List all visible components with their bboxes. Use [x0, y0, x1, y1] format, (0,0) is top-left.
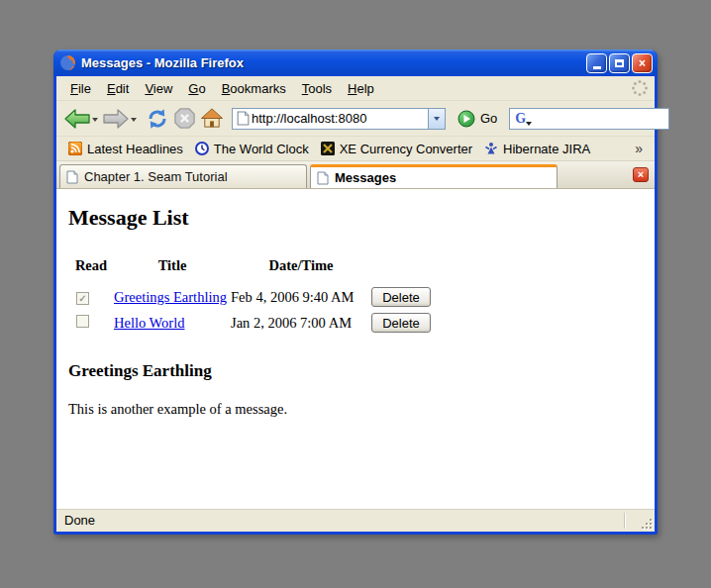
xe-icon [321, 142, 335, 155]
bookmark-label: The World Clock [214, 142, 309, 156]
selected-message-title: Greetings Earthling [68, 361, 643, 381]
minimize-button[interactable] [586, 53, 607, 73]
url-bar [232, 108, 446, 130]
column-header-title: Title [114, 254, 231, 284]
menu-file[interactable]: File [62, 78, 99, 99]
rss-feed-icon [68, 142, 82, 155]
bookmark-world-clock[interactable]: The World Clock [191, 140, 313, 158]
stop-icon [173, 107, 196, 130]
menu-tools[interactable]: Tools [294, 78, 340, 99]
read-checkbox[interactable] [76, 315, 89, 328]
search-bar: G [509, 108, 669, 130]
close-tab-button[interactable]: × [633, 167, 649, 182]
column-header-datetime: Date/Time [231, 254, 371, 284]
table-header-row: Read Title Date/Time [68, 254, 441, 284]
titlebar[interactable]: Messages - Mozilla Firefox × [53, 49, 658, 76]
maximize-button[interactable] [609, 53, 630, 73]
go-button[interactable]: Go [454, 110, 501, 128]
desktop-background: Messages - Mozilla Firefox × File Edit V… [0, 0, 711, 588]
navigation-toolbar: Go G [56, 101, 655, 137]
url-dropdown-button[interactable] [428, 109, 445, 129]
menu-help[interactable]: Help [340, 78, 382, 99]
bookmark-latest-headlines[interactable]: Latest Headlines [64, 140, 187, 158]
back-dropdown-icon[interactable] [92, 118, 98, 122]
jira-person-icon [484, 142, 498, 155]
message-title-link[interactable]: Greetings Earthling [114, 289, 227, 305]
table-row: ✓ Greetings Earthling Feb 4, 2006 9:40 A… [68, 284, 441, 310]
table-row: Hello World Jan 2, 2006 7:00 AM Delete [68, 310, 441, 336]
search-engine-dropdown-icon [526, 122, 532, 126]
page-content: Message List Read Title Date/Time ✓ Gree… [56, 189, 655, 508]
back-arrow-icon [64, 108, 90, 130]
forward-arrow-icon [103, 108, 129, 130]
menu-bookmarks[interactable]: Bookmarks [214, 78, 294, 99]
reload-button[interactable] [146, 107, 169, 131]
bookmark-xe-currency[interactable]: XE Currency Converter [317, 140, 476, 158]
throbber-icon [631, 79, 649, 97]
reload-icon [146, 107, 169, 131]
tab-seam-tutorial[interactable]: Chapter 1. Seam Tutorial [59, 164, 307, 188]
page-icon [237, 111, 250, 126]
menu-edit[interactable]: Edit [99, 78, 137, 99]
bookmark-hibernate-jira[interactable]: Hibernate JIRA [480, 140, 594, 158]
window-title: Messages - Mozilla Firefox [81, 55, 581, 70]
selected-message-body: This is another example of a message. [68, 401, 643, 418]
delete-button[interactable]: Delete [371, 313, 431, 333]
menu-go[interactable]: Go [180, 78, 213, 99]
resize-grip[interactable] [640, 517, 652, 529]
bookmarks-overflow-chevron[interactable]: » [635, 141, 647, 156]
tab-bar: Chapter 1. Seam Tutorial Messages × [56, 161, 655, 189]
bookmark-label: Hibernate JIRA [503, 142, 590, 156]
message-title-link[interactable]: Hello World [114, 315, 184, 331]
forward-dropdown-icon[interactable] [131, 118, 137, 122]
chevron-down-icon [434, 117, 440, 121]
menubar: File Edit View Go Bookmarks Tools Help [56, 76, 655, 101]
clock-icon [195, 142, 209, 155]
message-table: Read Title Date/Time ✓ Greetings Earthli… [68, 254, 441, 336]
browser-window: Messages - Mozilla Firefox × File Edit V… [53, 49, 658, 535]
page-icon [317, 171, 329, 185]
close-button[interactable]: × [632, 53, 653, 73]
delete-button[interactable]: Delete [371, 287, 431, 307]
page-title: Message List [68, 205, 643, 231]
menu-view[interactable]: View [137, 78, 180, 99]
google-icon[interactable]: G [515, 112, 526, 126]
bookmark-label: Latest Headlines [87, 142, 183, 156]
message-datetime: Jan 2, 2006 7:00 AM [231, 310, 371, 336]
tab-label: Chapter 1. Seam Tutorial [84, 169, 228, 184]
stop-button[interactable] [173, 107, 196, 130]
column-header-read: Read [68, 254, 114, 284]
go-icon [457, 110, 475, 128]
firefox-logo-icon [59, 54, 76, 71]
read-checkbox[interactable]: ✓ [76, 292, 89, 305]
statusbar-divider [624, 513, 625, 529]
status-text: Done [56, 513, 624, 528]
tab-label: Messages [335, 170, 396, 185]
home-icon [200, 107, 224, 130]
bookmark-label: XE Currency Converter [340, 142, 472, 156]
bookmarks-toolbar: Latest Headlines The World Clock [56, 137, 655, 161]
minimize-icon [593, 66, 601, 69]
tab-messages[interactable]: Messages [310, 164, 558, 188]
maximize-icon [615, 59, 624, 67]
message-datetime: Feb 4, 2006 9:40 AM [231, 284, 371, 310]
forward-button[interactable] [103, 108, 138, 130]
status-bar: Done [56, 508, 655, 532]
home-button[interactable] [200, 107, 224, 130]
page-icon [66, 170, 78, 184]
back-button[interactable] [64, 108, 99, 130]
search-input[interactable] [536, 111, 710, 126]
go-label: Go [480, 111, 497, 126]
url-input[interactable] [250, 111, 428, 126]
